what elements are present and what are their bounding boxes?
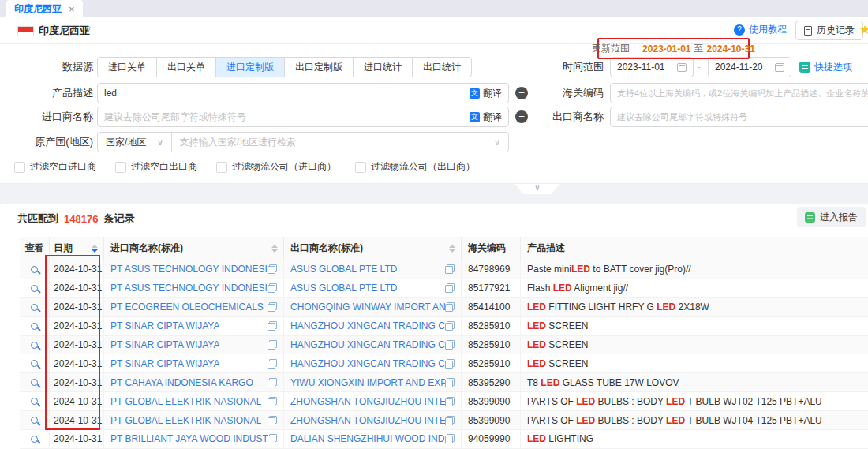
header-importer[interactable]: 进口商名称(标准): [104, 237, 284, 260]
tab-import-custom[interactable]: 进口定制版: [216, 58, 285, 77]
copy-icon[interactable]: [268, 283, 277, 293]
origin-search-input[interactable]: [172, 137, 489, 148]
star-icon[interactable]: ★: [859, 22, 868, 37]
exporter-link[interactable]: YIWU XIONGXIN IMPORT AND EXPORT...: [290, 377, 445, 388]
copy-icon[interactable]: [445, 283, 455, 293]
importer-field[interactable]: 文 翻译: [97, 107, 509, 127]
importer-link[interactable]: PT SINAR CIPTA WIJAYA: [110, 358, 219, 369]
copy-icon[interactable]: [268, 321, 277, 331]
sort-icons[interactable]: [449, 245, 455, 253]
row-view-cell[interactable]: [20, 260, 50, 279]
tab-export-declaration[interactable]: 出口关单: [157, 58, 216, 77]
tab-import-statistics[interactable]: 进口统计: [354, 58, 413, 77]
exporter-link[interactable]: ASUS GLOBAL PTE LTD: [290, 264, 397, 275]
copy-icon[interactable]: [445, 416, 455, 425]
collapse-panel-handle[interactable]: ∨: [514, 184, 560, 194]
search-icon[interactable]: [31, 342, 38, 349]
enter-report-button[interactable]: 进入报告: [797, 207, 866, 227]
close-icon[interactable]: ×: [69, 4, 75, 14]
filter-logistics-importer[interactable]: 过滤物流公司（进口商）: [216, 160, 336, 174]
copy-icon[interactable]: [445, 359, 455, 369]
row-view-cell[interactable]: [20, 298, 50, 316]
importer-link[interactable]: PT GLOBAL ELEKTRIK NASIONAL: [110, 396, 261, 407]
row-view-cell[interactable]: [20, 336, 50, 354]
row-view-cell[interactable]: [20, 279, 50, 297]
date-to-field[interactable]: [708, 57, 791, 77]
importer-link[interactable]: PT CAHAYA INDONESIA KARGO: [110, 377, 253, 388]
importer-link[interactable]: PT ASUS TECHNOLOGY INDONESIA BA...: [110, 282, 268, 294]
copy-icon[interactable]: [268, 416, 277, 425]
row-view-cell[interactable]: [20, 354, 50, 372]
origin-country-select[interactable]: 国家/地区 ∨: [98, 133, 172, 152]
importer-link[interactable]: PT BRILLIANT JAYA WOOD INDUSTRY: [110, 433, 268, 444]
header-date[interactable]: 日期: [50, 237, 104, 260]
search-icon[interactable]: [31, 285, 38, 292]
importer-link[interactable]: PT ECOGREEN OLEOCHEMICALS: [110, 301, 264, 312]
search-icon[interactable]: [31, 360, 38, 367]
filter-blank-importer[interactable]: 过滤空白进口商: [14, 160, 96, 174]
exporter-link[interactable]: HANGZHOU XINGCAN TRADING CO LTD: [290, 320, 445, 331]
exporter-link[interactable]: DALIAN SHENGZHIHUI WOOD INDUST...: [290, 433, 445, 444]
copy-icon[interactable]: [268, 434, 277, 443]
tab-import-declaration[interactable]: 进口关单: [98, 58, 157, 77]
tab-indonesia[interactable]: 印度尼西亚 ×: [6, 0, 83, 17]
hs-code-input[interactable]: [611, 88, 868, 98]
date-from-field[interactable]: [610, 57, 694, 77]
copy-icon[interactable]: [445, 434, 455, 443]
search-icon[interactable]: [31, 398, 38, 405]
header-exporter[interactable]: 出口商名称(标准): [284, 237, 462, 260]
copy-icon[interactable]: [268, 340, 277, 350]
exporter-link[interactable]: HANGZHOU XINGCAN TRADING CO LTD: [290, 358, 445, 369]
tab-export-statistics[interactable]: 出口统计: [413, 58, 471, 77]
copy-icon[interactable]: [445, 264, 455, 274]
importer-link[interactable]: PT SINAR CIPTA WIJAYA: [110, 320, 219, 331]
translate-button[interactable]: 文 翻译: [470, 110, 502, 124]
copy-icon[interactable]: [445, 302, 455, 312]
help-tutorial-link[interactable]: ? 使用教程: [734, 23, 787, 36]
exporter-link[interactable]: ASUS GLOBAL PTE LTD: [290, 282, 397, 294]
date-from-input[interactable]: [617, 62, 672, 73]
importer-link[interactable]: PT ASUS TECHNOLOGY INDONESIA BA...: [110, 264, 268, 275]
search-icon[interactable]: [31, 379, 38, 386]
row-view-cell[interactable]: [20, 430, 50, 448]
search-icon[interactable]: [31, 436, 38, 443]
history-button[interactable]: 历史记录: [795, 21, 863, 40]
date-to-input[interactable]: [715, 62, 770, 73]
filter-blank-exporter[interactable]: 过滤空白出口商: [115, 160, 197, 174]
exporter-field[interactable]: [610, 107, 868, 127]
exporter-link[interactable]: ZHONGSHAN TONGJIUZHOU INTERNA...: [290, 396, 445, 407]
importer-link[interactable]: PT SINAR CIPTA WIJAYA: [110, 339, 219, 350]
translate-button[interactable]: 文 翻译: [470, 87, 502, 100]
filter-logistics-exporter[interactable]: 过滤物流公司（出口商）: [355, 160, 475, 174]
hs-code-field[interactable]: [610, 83, 868, 103]
search-icon[interactable]: [31, 266, 38, 273]
copy-icon[interactable]: [268, 397, 277, 406]
row-view-cell[interactable]: [20, 411, 50, 429]
product-desc-input[interactable]: [98, 88, 470, 99]
copy-icon[interactable]: [445, 321, 455, 331]
copy-icon[interactable]: [268, 302, 277, 312]
copy-icon[interactable]: [445, 397, 455, 406]
product-desc-field[interactable]: 文 翻译: [97, 83, 509, 103]
row-view-cell[interactable]: [20, 392, 50, 410]
copy-icon[interactable]: [445, 378, 455, 387]
tab-export-custom[interactable]: 出口定制版: [285, 58, 354, 77]
search-icon[interactable]: [31, 417, 38, 424]
importer-input[interactable]: [98, 111, 470, 122]
sort-icons[interactable]: [92, 245, 98, 253]
checkbox[interactable]: [216, 162, 227, 173]
exporter-link[interactable]: ZHONGSHAN TONGJIUZHOU INTERNA...: [290, 415, 445, 426]
search-icon[interactable]: [31, 304, 38, 311]
checkbox[interactable]: [115, 162, 126, 173]
importer-link[interactable]: PT GLOBAL ELEKTRIK NASIONAL: [110, 415, 261, 426]
origin-field[interactable]: 国家/地区 ∨ ∨: [97, 132, 509, 152]
copy-icon[interactable]: [268, 378, 277, 387]
exporter-input[interactable]: [611, 112, 868, 122]
row-view-cell[interactable]: [20, 373, 50, 391]
row-view-cell[interactable]: [20, 317, 50, 335]
checkbox[interactable]: [14, 162, 25, 173]
chevron-down-icon[interactable]: ∨: [85, 24, 92, 34]
exporter-link[interactable]: HANGZHOU XINGCAN TRADING CO LTD: [290, 339, 445, 350]
quick-options-button[interactable]: 快捷选项: [799, 57, 852, 77]
search-icon[interactable]: [31, 323, 38, 330]
